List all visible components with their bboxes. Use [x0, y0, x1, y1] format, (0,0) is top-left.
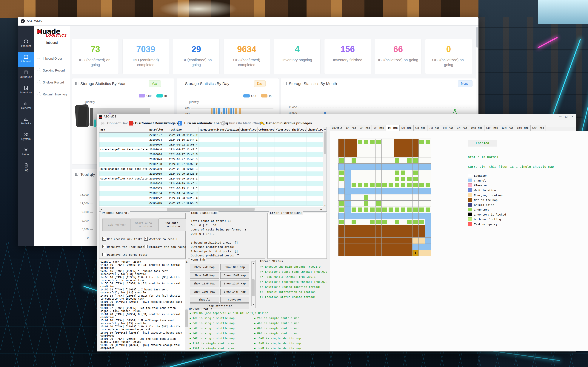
map-cell[interactable]	[382, 139, 388, 145]
map-cell[interactable]	[363, 163, 369, 170]
map-cell[interactable]	[412, 157, 419, 164]
table-row[interactable]: 201001382024-02-27 15:58:41	[99, 162, 323, 167]
map-cell[interactable]	[406, 213, 412, 219]
map-cell[interactable]	[406, 231, 412, 238]
map-cell[interactable]	[418, 188, 425, 194]
table-row[interactable]: cute changefloor task conplated201009552…	[99, 176, 323, 181]
map-tab-5fmap[interactable]: 5#F Map	[400, 125, 414, 131]
map-cell[interactable]	[344, 163, 351, 170]
map-cell[interactable]	[388, 231, 394, 238]
toolbar-item-5[interactable]: Get administrative privileges	[266, 121, 312, 126]
map-cell[interactable]	[425, 194, 431, 200]
map-cell[interactable]	[406, 170, 412, 176]
map-cell[interactable]	[344, 157, 351, 164]
column-header-1[interactable]: No.Pallet	[148, 127, 168, 133]
map-cell[interactable]	[338, 231, 345, 238]
period-badge-day[interactable]: Day	[254, 80, 266, 87]
map-cell[interactable]	[394, 243, 400, 250]
period-badge-month[interactable]: Month	[458, 80, 472, 87]
checkbox-displays-the-cargo-route[interactable]: Displays the cargo route	[102, 253, 147, 257]
map-cell[interactable]	[363, 176, 369, 182]
map-cell[interactable]	[382, 237, 388, 244]
map-cell[interactable]	[382, 225, 388, 231]
map-cell[interactable]	[425, 219, 431, 225]
map-cell[interactable]	[382, 188, 388, 194]
map-cell[interactable]	[400, 237, 406, 244]
map-cell[interactable]	[394, 213, 400, 219]
button-show-14#f-map[interactable]: Show 14#F Map	[220, 289, 249, 295]
map-cell[interactable]	[351, 231, 357, 238]
map-cell[interactable]	[363, 213, 369, 219]
map-cell[interactable]	[388, 176, 394, 182]
map-cell[interactable]	[418, 207, 425, 213]
map-tab-13fmap[interactable]: 13#F Map	[515, 125, 530, 131]
map-cell[interactable]	[357, 188, 363, 194]
map-cell[interactable]	[357, 151, 363, 158]
map-cell[interactable]	[357, 200, 363, 207]
map-cell[interactable]	[382, 157, 388, 164]
map-cell[interactable]	[351, 237, 357, 244]
map-cell[interactable]	[406, 237, 412, 244]
map-cell[interactable]	[344, 200, 351, 207]
map-tab-10fmap[interactable]: 10#F Map	[469, 125, 484, 131]
map-cell[interactable]	[394, 219, 400, 225]
map-cell[interactable]	[375, 200, 382, 207]
map-cell[interactable]	[369, 243, 375, 250]
map-cell[interactable]	[338, 225, 345, 231]
map-cell[interactable]	[338, 207, 345, 213]
map-tab-8fmap[interactable]: 8#F Map	[441, 125, 455, 131]
table-row[interactable]: 201009352024-03-19 11:12:53	[99, 186, 323, 191]
map-cell[interactable]	[375, 237, 382, 244]
map-cell[interactable]	[338, 139, 345, 145]
map-cell[interactable]	[388, 207, 394, 213]
map-cell[interactable]	[363, 194, 369, 200]
map-cell[interactable]	[375, 163, 382, 170]
map-cell[interactable]	[394, 157, 400, 164]
wms-scrollbar-thumb[interactable]	[476, 27, 478, 48]
map-cell[interactable]	[375, 157, 382, 164]
table-row[interactable]: 201009652024-02-29 16:28:55	[99, 171, 323, 176]
map-cell[interactable]	[338, 163, 345, 170]
scroll-down-icon[interactable]: ▼	[324, 204, 326, 207]
enabled-button[interactable]: Enabled	[468, 140, 497, 146]
map-cell[interactable]	[400, 194, 406, 200]
table-row[interactable]: 201000142024-02-27 15:44:08	[99, 152, 323, 157]
map-cell[interactable]	[357, 207, 363, 213]
table-row[interactable]: 201000742024-01-16 13:44:11	[99, 137, 323, 142]
map-cell[interactable]	[351, 176, 357, 182]
map-cell[interactable]	[344, 250, 351, 256]
checkbox-displays-the-lock-point[interactable]: Displays the lock point	[102, 245, 146, 249]
map-cell[interactable]	[357, 194, 363, 200]
map-cell[interactable]	[375, 194, 382, 200]
task-table[interactable]: arkNo.PalletTaskTimeTargetLocationWarelo…	[99, 127, 327, 212]
map-cell[interactable]	[338, 243, 345, 250]
map-cell[interactable]	[406, 200, 412, 207]
map-cell[interactable]	[406, 157, 412, 164]
map-cell[interactable]	[412, 219, 419, 225]
map-cell[interactable]	[394, 250, 400, 256]
sidebar-item-log[interactable]: Log	[18, 160, 34, 175]
map-cell[interactable]	[406, 176, 412, 182]
map-cell[interactable]	[351, 151, 357, 158]
button-show-11#f-map[interactable]: Show 11#F Map	[190, 281, 219, 287]
button-show-13#f-map[interactable]: Show 13#F Map	[190, 289, 219, 295]
map-cell[interactable]	[400, 243, 406, 250]
map-cell[interactable]	[382, 176, 388, 182]
menu-tab-scrollbar[interactable]: ▲ ▼	[251, 261, 255, 306]
map-tab-1fmap[interactable]: 1#F Map	[344, 125, 358, 131]
map-cell[interactable]	[344, 182, 351, 188]
map-cell[interactable]	[418, 145, 425, 151]
table-row[interactable]: 201000762024-02-27 15:48:06	[99, 157, 323, 162]
map-cell[interactable]	[382, 219, 388, 225]
map-cell[interactable]	[369, 170, 375, 176]
map-cell[interactable]	[375, 243, 382, 250]
map-cell[interactable]	[382, 231, 388, 238]
map-cell[interactable]	[382, 250, 388, 256]
map-cell[interactable]	[425, 182, 431, 188]
map-cell[interactable]	[351, 207, 357, 213]
map-cell[interactable]	[418, 243, 425, 250]
map-cell[interactable]	[351, 170, 357, 176]
map-cell[interactable]	[344, 219, 351, 225]
map-cell[interactable]	[394, 139, 400, 145]
map-cell[interactable]	[363, 250, 369, 256]
